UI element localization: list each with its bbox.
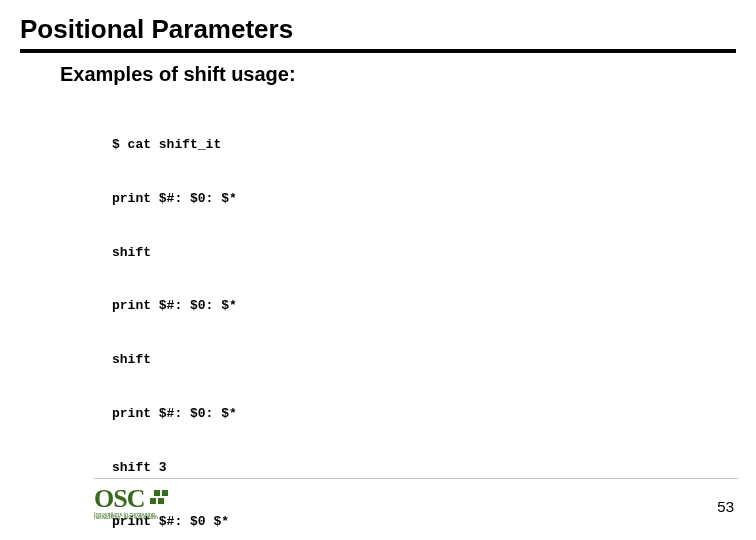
logo-tagline-2: networking, and education (94, 514, 168, 520)
section-subtitle: Examples of shift usage: (60, 63, 736, 86)
slide: Positional Parameters Examples of shift … (0, 0, 756, 540)
logo-squares-icon (150, 488, 168, 510)
code-line: print $#: $0: $* (112, 405, 736, 423)
slide-footer: 53 OSC Innovations in computing, network… (0, 478, 756, 540)
logo-main: OSC (94, 484, 168, 514)
page-number: 53 (717, 498, 734, 515)
code-line: $ cat shift_it (112, 136, 736, 154)
code-line: print $#: $0: $* (112, 297, 736, 315)
page-title: Positional Parameters (20, 14, 736, 53)
logo-letters: OSC (94, 484, 144, 514)
footer-rule (94, 478, 738, 479)
code-line: shift (112, 351, 736, 369)
code-line: print $#: $0: $* (112, 190, 736, 208)
code-block-1: $ cat shift_it print $#: $0: $* shift pr… (112, 100, 736, 540)
code-line: shift 3 (112, 459, 736, 477)
logo: OSC Innovations in computing, networking… (94, 484, 168, 520)
code-line: shift (112, 244, 736, 262)
